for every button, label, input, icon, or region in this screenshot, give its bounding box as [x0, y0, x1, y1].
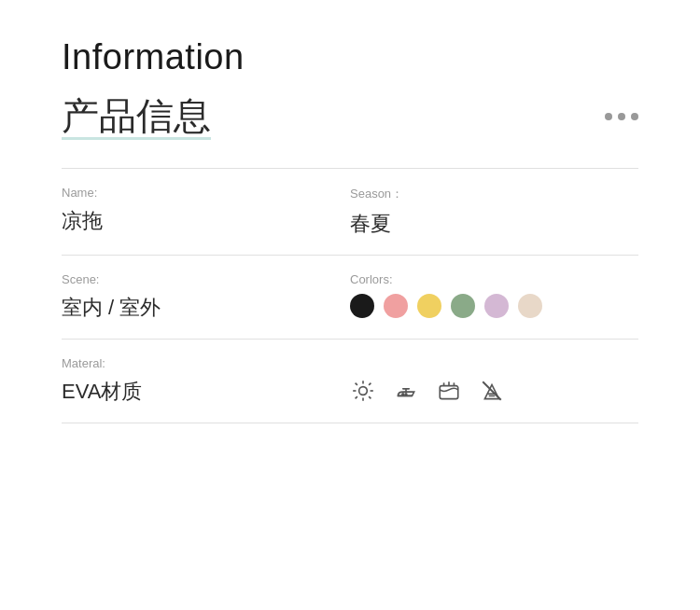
svg-point-0	[359, 387, 368, 395]
sun-icon	[350, 378, 376, 404]
color-circle-pink[interactable]	[384, 294, 408, 318]
scene-value: 室内 / 室外	[62, 294, 331, 322]
svg-point-12	[405, 394, 407, 395]
material-row: Materal: EVA材质	[62, 340, 638, 423]
dot-2	[618, 113, 625, 120]
scene-label: Scene:	[62, 272, 331, 286]
iron-icon	[393, 378, 419, 404]
scene-colors-row: Scene: 室内 / 室外 Corlors:	[62, 256, 638, 340]
care-icons-row	[350, 378, 620, 404]
more-dots-button[interactable]	[605, 113, 638, 120]
info-grid: Name: 凉拖 Season： 春夏 Scene: 室内 / 室外 Corlo…	[62, 168, 638, 423]
color-circle-yellow[interactable]	[417, 294, 441, 318]
svg-line-6	[369, 396, 371, 398]
name-label: Name:	[62, 186, 331, 200]
color-dots-row	[350, 294, 620, 318]
section-title-en: Information	[62, 37, 638, 77]
care-icons-label	[350, 356, 620, 370]
svg-point-11	[402, 394, 404, 395]
season-label: Season：	[350, 186, 620, 202]
material-label: Materal:	[62, 356, 331, 370]
svg-line-8	[356, 396, 357, 398]
color-circle-lavender[interactable]	[484, 294, 509, 318]
page-container: Information 产品信息 Name: 凉拖 Season： 春夏 Sce…	[0, 0, 700, 461]
care-icons-cell	[350, 356, 638, 406]
colors-cell: Corlors:	[350, 272, 638, 322]
name-cell: Name: 凉拖	[62, 186, 350, 238]
svg-line-7	[369, 383, 371, 385]
season-cell: Season： 春夏	[350, 186, 638, 238]
name-value: 凉拖	[62, 207, 331, 235]
material-cell: Materal: EVA材质	[62, 356, 350, 406]
scene-cell: Scene: 室内 / 室外	[62, 272, 350, 322]
colors-label: Corlors:	[350, 272, 620, 286]
section-title-zh: 产品信息	[62, 90, 211, 142]
season-value: 春夏	[350, 210, 620, 238]
color-circle-black[interactable]	[350, 294, 374, 318]
svg-line-5	[356, 383, 357, 385]
section-header: 产品信息	[62, 90, 638, 142]
color-circle-sage-green[interactable]	[451, 294, 475, 318]
name-season-row: Name: 凉拖 Season： 春夏	[62, 169, 638, 256]
no-bleach-icon	[479, 378, 505, 404]
dot-3	[631, 113, 638, 120]
wash-icon	[436, 378, 462, 404]
color-circle-cream[interactable]	[518, 294, 542, 318]
dot-1	[605, 113, 612, 120]
material-value: EVA材质	[62, 378, 331, 406]
